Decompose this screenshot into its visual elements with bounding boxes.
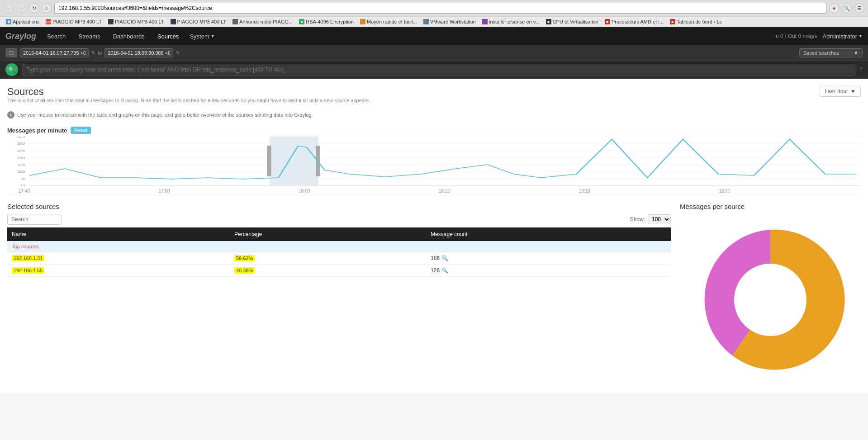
sources-table-section: Selected sources Show: 100 Name Percenta… <box>7 203 671 386</box>
donut-chart-svg <box>693 223 847 377</box>
chart-section: Messages per minute Reset 35 30 25 20 15 <box>7 127 861 195</box>
bookmark-rsa[interactable]: ■ RSA-4096 Encryption <box>297 18 356 25</box>
table-controls: Show: 100 <box>7 214 671 225</box>
time-from-edit-icon[interactable]: ✎ <box>91 50 95 55</box>
x-label-1750: 17:50 <box>159 189 170 194</box>
piaggio2-favicon <box>171 19 176 24</box>
chart-header: Messages per minute Reset <box>7 127 861 134</box>
source-count-cell-1: 186 🔍 <box>426 252 671 265</box>
bookmark-annonce[interactable]: Annonce moto PIAGG... <box>230 18 295 25</box>
source-count-2: 126 <box>431 267 440 274</box>
nav-search[interactable]: Search <box>45 29 67 43</box>
time-to-edit-icon[interactable]: ✎ <box>176 50 180 55</box>
nav-sources[interactable]: Sources <box>156 29 181 43</box>
menu-button[interactable]: ☰ <box>854 3 864 13</box>
svg-text:20: 20 <box>17 156 25 160</box>
bookmark-vmware[interactable]: VMware Workstation <box>421 18 478 25</box>
bookmark-piaggio2-label: PIAGGIO MP3 400 LT <box>177 19 227 24</box>
donut-hole <box>734 264 806 336</box>
search-source-icon-2[interactable]: 🔍 <box>441 267 448 274</box>
search-source-icon-1[interactable]: 🔍 <box>441 255 448 261</box>
bookmark-rsa-label: RSA-4096 Encryption <box>306 19 354 24</box>
user-dropdown[interactable]: Administrator ▼ <box>823 33 863 40</box>
svg-text:30: 30 <box>17 142 25 146</box>
svg-text:25: 25 <box>17 149 25 153</box>
app-logo: Graylog <box>5 32 36 41</box>
query-area: 🔍 ? <box>0 60 868 79</box>
svg-rect-16 <box>267 146 271 176</box>
messages-chart-svg: 35 30 25 20 15 10 5 0 <box>7 137 861 186</box>
source-percentage-tag-1: 59.62% <box>234 255 255 261</box>
time-from-input[interactable] <box>20 48 89 57</box>
reload-button[interactable]: ↻ <box>29 3 39 13</box>
source-name-cell-1: 192.168.1.31 <box>7 252 230 265</box>
tip-text: Use your mouse to interact with the tabl… <box>17 112 313 118</box>
time-range: ▢ ✎ to ✎ <box>5 48 180 57</box>
bookmark-piaggio2[interactable]: PIAGGIO MP3 400 LT <box>168 18 229 25</box>
show-count-select[interactable]: 100 <box>648 214 671 224</box>
browser-toolbar: ← → ↻ ⌂ ★ 🔍 ☰ <box>0 0 868 16</box>
query-help-icon[interactable]: ? <box>859 66 863 73</box>
saved-searches-button[interactable]: Saved searches ▼ <box>799 48 863 57</box>
bookmark-apps[interactable]: ◽ Applications <box>4 18 42 25</box>
page-title: Sources <box>7 86 370 98</box>
url-bar[interactable] <box>54 3 826 14</box>
source-percentage-cell-1: 59.62% <box>230 252 426 265</box>
bookmark-installer[interactable]: installer pfsense en v... <box>480 18 542 25</box>
last-hour-caret-icon: ▼ <box>850 88 856 95</box>
bookmarks-bar: ◽ Applications LC PIAGGIO MP3 400 LT PIA… <box>0 16 868 27</box>
sources-search-input[interactable] <box>7 214 62 225</box>
time-to-input[interactable] <box>104 48 173 57</box>
bookmark-apps-label: Applications <box>13 19 39 24</box>
bookmark-moyen[interactable]: Moyen rapide et facil... <box>358 18 419 25</box>
proc-favicon: ■ <box>605 19 610 24</box>
last-hour-button[interactable]: Last Hour ▼ <box>820 86 861 97</box>
back-button[interactable]: ← <box>4 3 14 13</box>
col-percentage-header: Percentage <box>230 227 426 241</box>
sources-chart-section: Messages per source <box>680 203 861 386</box>
nav-streams[interactable]: Streams <box>76 29 102 43</box>
saved-searches-caret-icon: ▼ <box>854 50 859 56</box>
bookmark-tableau[interactable]: ■ Tableau de bord ‹ Le <box>668 18 725 25</box>
time-preset-button[interactable]: ▢ <box>5 48 17 57</box>
piaggio1-favicon <box>108 19 114 24</box>
nav-system-dropdown[interactable]: System ▼ <box>190 33 214 40</box>
nav-system-label: System <box>190 33 209 40</box>
run-search-button[interactable]: 🔍 <box>5 63 18 76</box>
source-count-1: 186 <box>431 255 440 261</box>
moyen-favicon <box>360 19 365 24</box>
sources-table: Name Percentage Message count Top source… <box>7 227 671 277</box>
query-input[interactable] <box>22 64 855 76</box>
bookmark-proc[interactable]: ■ Processeurs AMD et i... <box>602 18 666 25</box>
bookmark-cpu[interactable]: ■ CPU et Virtualisation <box>544 18 601 25</box>
bookmark-button[interactable]: ★ <box>829 3 839 13</box>
throughput-info: In 0 / Out 0 msg/s <box>774 33 817 39</box>
chart-reset-button[interactable]: Reset <box>71 127 91 134</box>
tableau-favicon: ■ <box>670 19 675 24</box>
svg-text:35: 35 <box>17 137 25 139</box>
messages-per-source-title: Messages per source <box>680 203 861 210</box>
source-name-tag-1[interactable]: 192.168.1.31 <box>12 255 44 261</box>
search-area: ▢ ✎ to ✎ Saved searches ▼ <box>0 45 868 60</box>
system-caret-icon: ▼ <box>211 34 215 38</box>
bookmark-piaggio1[interactable]: PIAGGIO MP3 400 LT <box>106 18 166 25</box>
saved-searches-label: Saved searches <box>803 50 839 56</box>
chart-container[interactable]: 35 30 25 20 15 10 5 0 17:40 17:50 <box>7 137 861 195</box>
app-navbar: Graylog Search Streams Dashboards Source… <box>0 27 868 45</box>
vmware-favicon <box>423 19 429 24</box>
zoom-button[interactable]: 🔍 <box>842 3 852 13</box>
x-label-1820: 18:20 <box>579 189 590 194</box>
navbar-left: Graylog Search Streams Dashboards Source… <box>5 29 215 43</box>
forward-button[interactable]: → <box>16 3 26 13</box>
table-header: Name Percentage Message count <box>7 227 671 241</box>
bookmark-moyen-label: Moyen rapide et facil... <box>367 19 417 24</box>
source-name-tag-2[interactable]: 192.168.1.55 <box>12 267 44 274</box>
table-body: Top sources 192.168.1.31 59.62% 186 🔍 <box>7 241 671 277</box>
bookmark-lc[interactable]: LC PIAGGIO MP3 400 LT <box>43 18 104 25</box>
svg-text:15: 15 <box>17 163 25 167</box>
bookmark-cpu-label: CPU et Virtualisation <box>553 19 598 24</box>
bookmark-proc-label: Processeurs AMD et i... <box>612 19 664 24</box>
home-button[interactable]: ⌂ <box>42 3 52 13</box>
x-label-1740: 17:40 <box>19 189 30 194</box>
nav-dashboards[interactable]: Dashboards <box>111 29 147 43</box>
